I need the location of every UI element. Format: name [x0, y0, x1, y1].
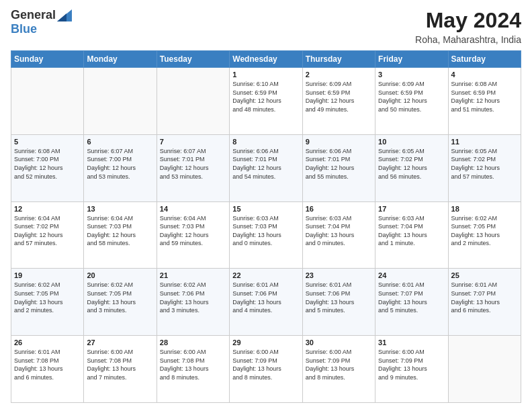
- calendar-cell: [157, 68, 229, 135]
- day-number: 20: [87, 271, 153, 279]
- day-info: Sunrise: 6:06 AM Sunset: 7:01 PM Dayligh…: [232, 147, 299, 181]
- day-info: Sunrise: 6:00 AM Sunset: 7:08 PM Dayligh…: [160, 348, 226, 381]
- day-info: Sunrise: 6:02 AM Sunset: 7:05 PM Dayligh…: [14, 281, 81, 314]
- calendar-cell: 14Sunrise: 6:04 AM Sunset: 7:03 PM Dayli…: [157, 201, 229, 269]
- day-info: Sunrise: 6:07 AM Sunset: 7:01 PM Dayligh…: [160, 147, 226, 181]
- day-info: Sunrise: 6:00 AM Sunset: 7:09 PM Dayligh…: [306, 348, 372, 381]
- calendar-day-header: Saturday: [448, 51, 521, 68]
- calendar-cell: 16Sunrise: 6:03 AM Sunset: 7:04 PM Dayli…: [302, 201, 375, 269]
- calendar-day-header: Monday: [84, 51, 157, 68]
- calendar-week-row: 19Sunrise: 6:02 AM Sunset: 7:05 PM Dayli…: [11, 269, 521, 336]
- calendar-cell: 21Sunrise: 6:02 AM Sunset: 7:06 PM Dayli…: [157, 269, 229, 336]
- day-number: 14: [160, 205, 226, 213]
- logo-blue-text: Blue: [11, 22, 37, 36]
- calendar-cell: 2Sunrise: 6:09 AM Sunset: 6:59 PM Daylig…: [302, 68, 375, 135]
- day-info: Sunrise: 6:03 AM Sunset: 7:03 PM Dayligh…: [232, 214, 299, 248]
- calendar-cell: 31Sunrise: 6:00 AM Sunset: 7:09 PM Dayli…: [375, 336, 448, 403]
- day-info: Sunrise: 6:02 AM Sunset: 7:05 PM Dayligh…: [87, 281, 153, 314]
- calendar-cell: 4Sunrise: 6:08 AM Sunset: 6:59 PM Daylig…: [448, 68, 521, 135]
- calendar-cell: 12Sunrise: 6:04 AM Sunset: 7:02 PM Dayli…: [11, 201, 84, 269]
- day-number: 25: [451, 271, 518, 279]
- day-number: 11: [451, 138, 518, 146]
- calendar-cell: 24Sunrise: 6:01 AM Sunset: 7:07 PM Dayli…: [375, 269, 448, 336]
- day-info: Sunrise: 6:02 AM Sunset: 7:05 PM Dayligh…: [451, 214, 518, 248]
- calendar-cell: 27Sunrise: 6:00 AM Sunset: 7:08 PM Dayli…: [84, 336, 157, 403]
- calendar-cell: 7Sunrise: 6:07 AM Sunset: 7:01 PM Daylig…: [157, 134, 229, 201]
- calendar-cell: 6Sunrise: 6:07 AM Sunset: 7:00 PM Daylig…: [84, 134, 157, 201]
- calendar-day-header: Friday: [375, 51, 448, 68]
- day-info: Sunrise: 6:04 AM Sunset: 7:03 PM Dayligh…: [87, 214, 153, 248]
- day-info: Sunrise: 6:00 AM Sunset: 7:09 PM Dayligh…: [232, 348, 299, 381]
- day-number: 13: [87, 205, 153, 213]
- calendar-day-header: Wednesday: [230, 51, 302, 68]
- day-info: Sunrise: 6:01 AM Sunset: 7:06 PM Dayligh…: [232, 281, 299, 314]
- day-info: Sunrise: 6:05 AM Sunset: 7:02 PM Dayligh…: [451, 147, 518, 181]
- day-number: 23: [306, 271, 372, 279]
- calendar-cell: 8Sunrise: 6:06 AM Sunset: 7:01 PM Daylig…: [230, 134, 302, 201]
- calendar-cell: 9Sunrise: 6:06 AM Sunset: 7:01 PM Daylig…: [302, 134, 375, 201]
- day-number: 29: [232, 338, 299, 347]
- calendar-cell: 3Sunrise: 6:09 AM Sunset: 6:59 PM Daylig…: [375, 68, 448, 135]
- calendar-cell: 10Sunrise: 6:05 AM Sunset: 7:02 PM Dayli…: [375, 134, 448, 201]
- day-number: 31: [378, 338, 445, 347]
- day-number: 1: [232, 71, 299, 79]
- calendar-cell: 22Sunrise: 6:01 AM Sunset: 7:06 PM Dayli…: [230, 269, 302, 336]
- day-info: Sunrise: 6:03 AM Sunset: 7:04 PM Dayligh…: [306, 214, 372, 248]
- calendar-cell: 23Sunrise: 6:01 AM Sunset: 7:06 PM Dayli…: [302, 269, 375, 336]
- calendar-cell: 1Sunrise: 6:10 AM Sunset: 6:59 PM Daylig…: [230, 68, 302, 135]
- day-info: Sunrise: 6:08 AM Sunset: 7:00 PM Dayligh…: [14, 147, 81, 181]
- calendar-day-header: Thursday: [302, 51, 375, 68]
- day-number: 22: [232, 271, 299, 279]
- day-number: 5: [14, 138, 81, 146]
- calendar-week-row: 12Sunrise: 6:04 AM Sunset: 7:02 PM Dayli…: [11, 201, 521, 269]
- day-info: Sunrise: 6:04 AM Sunset: 7:02 PM Dayligh…: [14, 214, 81, 248]
- day-number: 7: [160, 138, 226, 146]
- day-number: 19: [14, 271, 81, 279]
- day-number: 18: [451, 205, 518, 213]
- calendar-cell: 29Sunrise: 6:00 AM Sunset: 7:09 PM Dayli…: [230, 336, 302, 403]
- day-number: 3: [378, 71, 445, 79]
- day-info: Sunrise: 6:08 AM Sunset: 6:59 PM Dayligh…: [451, 80, 518, 113]
- day-info: Sunrise: 6:06 AM Sunset: 7:01 PM Dayligh…: [306, 147, 372, 181]
- day-number: 27: [87, 338, 153, 347]
- calendar-cell: 11Sunrise: 6:05 AM Sunset: 7:02 PM Dayli…: [448, 134, 521, 201]
- day-number: 8: [232, 138, 299, 146]
- calendar-cell: 30Sunrise: 6:00 AM Sunset: 7:09 PM Dayli…: [302, 336, 375, 403]
- day-number: 24: [378, 271, 445, 279]
- calendar-table: SundayMondayTuesdayWednesdayThursdayFrid…: [11, 50, 521, 403]
- calendar-header-row: SundayMondayTuesdayWednesdayThursdayFrid…: [11, 51, 521, 68]
- day-info: Sunrise: 6:01 AM Sunset: 7:07 PM Dayligh…: [451, 281, 518, 314]
- day-info: Sunrise: 6:01 AM Sunset: 7:08 PM Dayligh…: [14, 348, 81, 381]
- day-info: Sunrise: 6:07 AM Sunset: 7:00 PM Dayligh…: [87, 147, 153, 181]
- day-number: 30: [306, 338, 372, 347]
- day-info: Sunrise: 6:05 AM Sunset: 7:02 PM Dayligh…: [378, 147, 445, 181]
- day-number: 10: [378, 138, 445, 146]
- page: General Blue May 2024 Roha, Maharashtra,…: [0, 0, 532, 411]
- logo: General Blue: [11, 8, 72, 36]
- calendar-day-header: Tuesday: [157, 51, 229, 68]
- calendar-cell: 26Sunrise: 6:01 AM Sunset: 7:08 PM Dayli…: [11, 336, 84, 403]
- day-number: 15: [232, 205, 299, 213]
- day-number: 16: [306, 205, 372, 213]
- day-info: Sunrise: 6:01 AM Sunset: 7:06 PM Dayligh…: [306, 281, 372, 314]
- calendar-week-row: 26Sunrise: 6:01 AM Sunset: 7:08 PM Dayli…: [11, 336, 521, 403]
- day-info: Sunrise: 6:09 AM Sunset: 6:59 PM Dayligh…: [378, 80, 445, 113]
- logo-icon: [57, 9, 72, 21]
- day-number: 12: [14, 205, 81, 213]
- location: Roha, Maharashtra, India: [415, 34, 521, 45]
- calendar-week-row: 1Sunrise: 6:10 AM Sunset: 6:59 PM Daylig…: [11, 68, 521, 135]
- calendar-cell: [448, 336, 521, 403]
- calendar-cell: 20Sunrise: 6:02 AM Sunset: 7:05 PM Dayli…: [84, 269, 157, 336]
- title-block: May 2024 Roha, Maharashtra, India: [415, 8, 521, 45]
- calendar-cell: 25Sunrise: 6:01 AM Sunset: 7:07 PM Dayli…: [448, 269, 521, 336]
- calendar-cell: 15Sunrise: 6:03 AM Sunset: 7:03 PM Dayli…: [230, 201, 302, 269]
- day-info: Sunrise: 6:01 AM Sunset: 7:07 PM Dayligh…: [378, 281, 445, 314]
- svg-marker-1: [57, 13, 66, 21]
- calendar-cell: 19Sunrise: 6:02 AM Sunset: 7:05 PM Dayli…: [11, 269, 84, 336]
- header: General Blue May 2024 Roha, Maharashtra,…: [11, 8, 521, 45]
- day-number: 6: [87, 138, 153, 146]
- day-info: Sunrise: 6:00 AM Sunset: 7:09 PM Dayligh…: [378, 348, 445, 381]
- calendar-cell: 13Sunrise: 6:04 AM Sunset: 7:03 PM Dayli…: [84, 201, 157, 269]
- day-number: 26: [14, 338, 81, 347]
- calendar-cell: [11, 68, 84, 135]
